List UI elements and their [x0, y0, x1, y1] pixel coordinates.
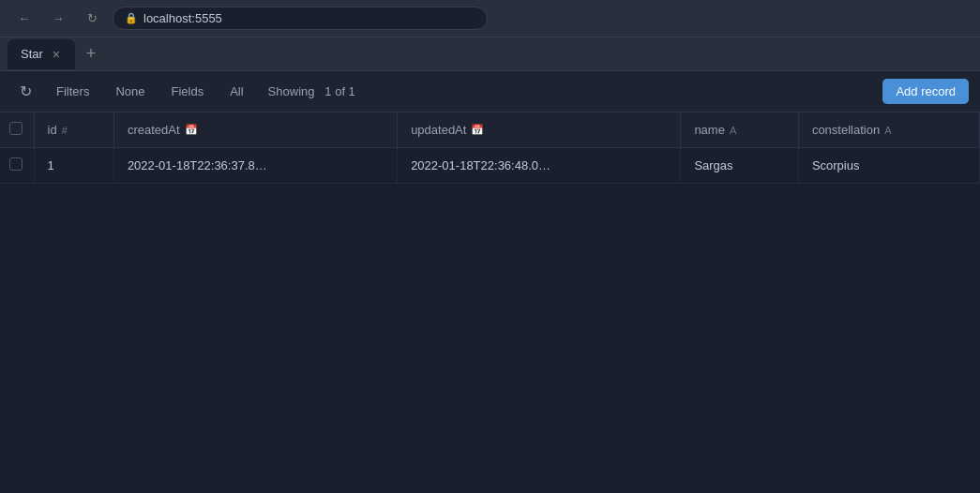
id-header-label: id: [48, 123, 57, 137]
checkbox-header: [0, 112, 34, 148]
new-tab-button[interactable]: +: [79, 42, 103, 67]
name-sort-icon: A: [730, 125, 736, 136]
add-record-button[interactable]: Add record: [882, 79, 969, 104]
createdat-header[interactable]: createdAt 📅: [113, 112, 397, 148]
filters-button[interactable]: Filters: [47, 80, 98, 103]
row-checkbox[interactable]: [9, 157, 23, 171]
name-header-label: name: [694, 123, 725, 137]
tab-label: Star: [21, 47, 43, 61]
name-header[interactable]: name A: [681, 112, 799, 148]
lock-icon: 🔒: [125, 12, 138, 24]
forward-button[interactable]: →: [45, 6, 71, 32]
showing-label: Showing 1 of 1: [268, 84, 355, 98]
select-all-checkbox[interactable]: [9, 122, 23, 135]
id-header[interactable]: id #: [34, 112, 113, 148]
updatedat-header[interactable]: updatedAt 📅: [398, 112, 681, 148]
constellation-header-label: constellation: [812, 123, 880, 137]
fields-button[interactable]: Fields: [161, 80, 213, 103]
createdat-sort-icon: 📅: [185, 124, 198, 136]
toolbar: ↻ Filters None Fields All Showing 1 of 1…: [0, 71, 980, 112]
table-header-row: id # createdAt 📅 updatedAt 📅: [0, 112, 980, 148]
all-button[interactable]: All: [220, 80, 252, 103]
createdat-header-label: createdAt: [128, 123, 180, 137]
url-text: localhost:5555: [143, 11, 222, 25]
row-name: Sargas: [681, 148, 799, 184]
id-sort-icon: #: [62, 125, 68, 136]
row-createdat: 2022-01-18T22:36:37.8…: [113, 148, 397, 184]
table-container: id # createdAt 📅 updatedAt 📅: [0, 112, 980, 184]
none-button[interactable]: None: [106, 80, 154, 103]
data-refresh-button[interactable]: ↻: [11, 78, 39, 106]
table-body: 12022-01-18T22:36:37.8…2022-01-18T22:36:…: [0, 148, 980, 184]
refresh-button[interactable]: ↻: [79, 6, 105, 32]
constellation-header[interactable]: constellation A: [798, 112, 979, 148]
constellation-sort-icon: A: [884, 125, 891, 136]
star-tab[interactable]: Star ×: [8, 39, 75, 69]
back-button[interactable]: ←: [11, 6, 38, 32]
address-bar: 🔒 localhost:5555: [113, 7, 488, 30]
row-updatedat: 2022-01-18T22:36:48.0…: [398, 148, 681, 184]
row-checkbox-cell: [0, 148, 34, 184]
row-constellation: Scorpius: [798, 148, 979, 184]
tab-bar: Star × +: [0, 37, 980, 71]
table-row: 12022-01-18T22:36:37.8…2022-01-18T22:36:…: [0, 148, 980, 184]
row-id: 1: [34, 148, 113, 184]
updatedat-header-label: updatedAt: [411, 123, 466, 137]
browser-chrome: ← → ↻ 🔒 localhost:5555: [0, 0, 980, 37]
showing-count: 1 of 1: [324, 84, 355, 98]
updatedat-sort-icon: 📅: [471, 124, 484, 136]
data-table: id # createdAt 📅 updatedAt 📅: [0, 112, 980, 184]
close-tab-button[interactable]: ×: [51, 48, 62, 61]
